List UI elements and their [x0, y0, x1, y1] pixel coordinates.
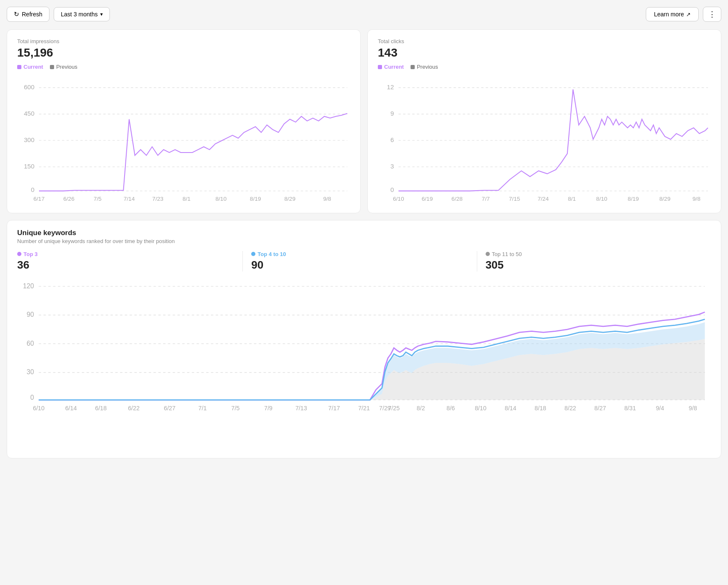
top11to50-value: 305	[486, 259, 702, 272]
svg-text:9/8: 9/8	[689, 404, 697, 411]
svg-text:6/17: 6/17	[34, 196, 45, 202]
impressions-svg: 600 450 300 150 0 6/17 6/26 7/5 7/14 7/2…	[17, 73, 350, 205]
svg-text:3: 3	[390, 163, 394, 170]
clicks-current-legend-item: Current	[378, 64, 404, 70]
clicks-value: 143	[378, 46, 711, 60]
period-label: Last 3 months	[61, 11, 98, 18]
svg-text:7/21: 7/21	[358, 404, 370, 411]
svg-text:8/19: 8/19	[250, 196, 261, 202]
svg-text:90: 90	[26, 311, 34, 318]
svg-text:9/4: 9/4	[656, 404, 664, 411]
refresh-button[interactable]: ↻ Refresh	[7, 7, 49, 22]
impressions-value: 15,196	[17, 46, 350, 60]
top3-dot	[17, 252, 21, 256]
more-icon: ⋮	[708, 10, 716, 18]
svg-text:7/14: 7/14	[124, 196, 135, 202]
svg-text:8/10: 8/10	[596, 196, 608, 202]
svg-text:6/14: 6/14	[65, 404, 77, 411]
top-charts-row: Total impressions 15,196 Current Previou…	[7, 29, 721, 213]
current-dot	[17, 65, 21, 69]
learn-more-button[interactable]: Learn more ↗	[646, 7, 699, 21]
svg-text:60: 60	[26, 339, 34, 347]
period-selector[interactable]: Last 3 months ▾	[54, 7, 110, 21]
clicks-chart: 12 9 6 3 0 6/10 6/19 6/28 7/7 7/15 7/24	[378, 73, 711, 207]
previous-dot	[50, 65, 54, 69]
top4to10-value: 90	[251, 259, 468, 272]
clicks-current-label: Current	[384, 64, 404, 70]
svg-text:6/19: 6/19	[421, 196, 433, 202]
svg-text:6/26: 6/26	[63, 196, 75, 202]
refresh-label: Refresh	[22, 11, 42, 18]
svg-text:8/19: 8/19	[628, 196, 639, 202]
top3-label-row: Top 3	[17, 251, 234, 257]
svg-text:0: 0	[31, 186, 34, 193]
impressions-chart: 600 450 300 150 0 6/17 6/26 7/5 7/14 7/2…	[17, 73, 350, 207]
impressions-card: Total impressions 15,196 Current Previou…	[7, 29, 361, 213]
svg-text:0: 0	[30, 394, 34, 401]
top11to50-label-row: Top 11 to 50	[486, 251, 702, 257]
svg-text:6/10: 6/10	[393, 196, 404, 202]
keywords-stats: Top 3 36 Top 4 to 10 90 Top 11 to 50 305	[17, 251, 711, 272]
svg-text:9/8: 9/8	[323, 196, 331, 202]
keywords-subtitle: Number of unique keywords ranked for ove…	[17, 238, 711, 244]
svg-text:8/29: 8/29	[284, 196, 296, 202]
clicks-legend: Current Previous	[378, 64, 711, 70]
top11to50-label: Top 11 to 50	[492, 251, 522, 257]
svg-text:9: 9	[390, 110, 394, 117]
svg-text:7/9: 7/9	[264, 404, 273, 411]
learn-more-label: Learn more	[654, 11, 684, 18]
clicks-previous-dot	[411, 65, 415, 69]
svg-text:7/5: 7/5	[231, 404, 240, 411]
top3-label: Top 3	[23, 251, 38, 257]
top3-stat: Top 3 36	[17, 251, 242, 272]
svg-text:450: 450	[24, 110, 34, 117]
impressions-label: Total impressions	[17, 38, 350, 44]
svg-text:8/29: 8/29	[659, 196, 671, 202]
top11to50-dot	[486, 252, 490, 256]
impressions-legend: Current Previous	[17, 64, 350, 70]
clicks-label: Total clicks	[378, 38, 711, 44]
svg-text:7/29: 7/29	[379, 404, 391, 411]
svg-text:7/15: 7/15	[509, 196, 520, 202]
svg-text:7/5: 7/5	[94, 196, 101, 202]
svg-text:8/18: 8/18	[535, 404, 546, 411]
clicks-previous-label: Previous	[417, 64, 438, 70]
clicks-card: Total clicks 143 Current Previous 12 9 6…	[367, 29, 721, 213]
svg-text:7/7: 7/7	[482, 196, 490, 202]
keywords-chart: 120 90 60 30 0 6/10 6/14 6/18 6/22	[17, 277, 711, 453]
svg-text:8/2: 8/2	[417, 404, 425, 411]
svg-text:7/17: 7/17	[328, 404, 340, 411]
svg-text:8/1: 8/1	[182, 196, 190, 202]
svg-text:8/6: 8/6	[447, 404, 455, 411]
svg-text:7/23: 7/23	[152, 196, 164, 202]
top11to50-stat: Top 11 to 50 305	[477, 251, 711, 272]
keywords-card: Unique keywords Number of unique keyword…	[7, 220, 721, 459]
svg-text:6: 6	[390, 136, 394, 143]
svg-text:600: 600	[24, 83, 34, 91]
svg-text:0: 0	[390, 186, 394, 193]
clicks-svg: 12 9 6 3 0 6/10 6/19 6/28 7/7 7/15 7/24	[378, 73, 711, 205]
svg-text:7/24: 7/24	[538, 196, 549, 202]
top4to10-label-row: Top 4 to 10	[251, 251, 468, 257]
svg-text:120: 120	[23, 282, 34, 290]
svg-text:30: 30	[26, 368, 34, 375]
current-legend-item: Current	[17, 64, 43, 70]
svg-text:8/22: 8/22	[564, 404, 576, 411]
more-options-button[interactable]: ⋮	[703, 7, 721, 22]
top4to10-dot	[251, 252, 255, 256]
svg-text:7/13: 7/13	[295, 404, 307, 411]
svg-text:300: 300	[24, 136, 34, 143]
svg-text:8/10: 8/10	[475, 404, 486, 411]
clicks-current-dot	[378, 65, 382, 69]
svg-text:8/1: 8/1	[568, 196, 576, 202]
svg-text:8/10: 8/10	[216, 196, 227, 202]
clicks-previous-legend-item: Previous	[411, 64, 438, 70]
toolbar: ↻ Refresh Last 3 months ▾ Learn more ↗ ⋮	[7, 7, 721, 22]
svg-text:6/10: 6/10	[33, 404, 44, 411]
chevron-down-icon: ▾	[100, 11, 103, 17]
svg-text:7/1: 7/1	[198, 404, 207, 411]
previous-legend-label: Previous	[56, 64, 78, 70]
svg-text:8/27: 8/27	[594, 404, 606, 411]
top3-value: 36	[17, 259, 234, 272]
external-link-icon: ↗	[686, 11, 691, 18]
